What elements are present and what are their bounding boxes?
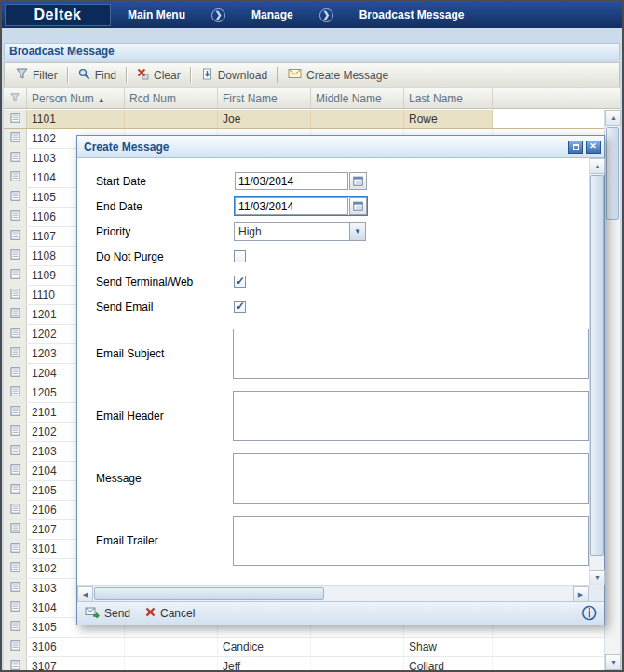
row-header-cell[interactable] xyxy=(4,227,27,246)
scroll-right-icon[interactable]: ▶ xyxy=(573,586,589,602)
grid-scrollbar-thumb[interactable] xyxy=(606,127,619,220)
record-icon xyxy=(10,269,20,282)
email-subject-textarea[interactable] xyxy=(233,329,589,379)
dialog-titlebar[interactable]: Create Message ✕ xyxy=(77,136,604,158)
row-header-cell[interactable] xyxy=(4,110,27,128)
column-header-middle-name[interactable]: Middle Name xyxy=(311,88,404,108)
scroll-up-icon[interactable]: ▲ xyxy=(605,110,621,126)
breadcrumb: Main Menu ❯ Manage ❯ Broadcast Message xyxy=(128,8,464,22)
deltek-logo: Deltek xyxy=(5,4,111,26)
info-icon[interactable]: ⓘ xyxy=(582,606,597,621)
row-header-cell[interactable] xyxy=(4,188,27,207)
end-date-label: End Date xyxy=(96,200,234,213)
row-header-cell[interactable] xyxy=(4,403,27,422)
cancel-label: Cancel xyxy=(160,607,195,620)
row-header-cell[interactable] xyxy=(4,149,27,168)
row-header-cell[interactable] xyxy=(4,501,27,519)
dialog-vertical-scrollbar[interactable]: ▲ ▼ xyxy=(589,158,604,585)
column-header-person-num[interactable]: Person Num▲ xyxy=(27,88,125,108)
row-header-cell[interactable] xyxy=(4,638,27,656)
row-header-cell[interactable] xyxy=(4,423,27,441)
email-trailer-textarea[interactable] xyxy=(233,516,589,566)
row-header-cell[interactable] xyxy=(4,598,27,617)
row-header-cell[interactable] xyxy=(4,383,27,402)
row-header-cell[interactable] xyxy=(4,344,27,363)
priority-select[interactable]: High ▼ xyxy=(234,222,366,241)
table-row[interactable]: 1101 Joe Rowe xyxy=(4,110,604,129)
end-date-input[interactable] xyxy=(235,197,348,215)
toolbar-separator xyxy=(277,67,278,83)
record-icon xyxy=(10,210,20,223)
record-icon xyxy=(10,152,20,165)
end-date-group xyxy=(234,196,368,216)
email-header-textarea[interactable] xyxy=(233,391,589,441)
table-row[interactable]: 3106 Candice Shaw xyxy=(4,638,604,657)
send-email-checkbox[interactable] xyxy=(234,301,246,313)
do-not-purge-checkbox[interactable] xyxy=(234,250,246,262)
start-date-calendar-button[interactable] xyxy=(349,172,367,190)
column-header-filler xyxy=(493,88,620,108)
send-terminal-web-checkbox[interactable] xyxy=(234,276,246,288)
filter-button[interactable]: Filter xyxy=(10,65,63,86)
row-header-cell[interactable] xyxy=(4,266,27,285)
clear-button[interactable]: Clear xyxy=(131,65,186,86)
dialog-horizontal-scrollbar[interactable]: ◀ ▶ xyxy=(77,585,589,601)
row-header-cell[interactable] xyxy=(4,559,27,578)
column-header-first-name[interactable]: First Name xyxy=(218,88,311,108)
dialog-hscroll-thumb[interactable] xyxy=(94,587,324,600)
cell-last-name: Rowe xyxy=(404,110,493,128)
grid-header-selector-cell[interactable] xyxy=(4,88,27,108)
nav-main-menu[interactable]: Main Menu xyxy=(128,8,185,21)
table-row[interactable]: 3107 Jeff Collard xyxy=(4,657,604,670)
row-header-cell[interactable] xyxy=(4,481,27,500)
column-header-rcd-num[interactable]: Rcd Num xyxy=(125,88,218,108)
find-button[interactable]: Find xyxy=(73,65,122,86)
row-header-cell[interactable] xyxy=(4,540,27,558)
scroll-down-icon[interactable]: ▼ xyxy=(605,654,621,670)
calendar-icon xyxy=(353,176,363,186)
scroll-left-icon[interactable]: ◀ xyxy=(77,586,93,602)
send-terminal-web-label: Send Terminal/Web xyxy=(96,276,234,289)
row-header-cell[interactable] xyxy=(4,208,27,226)
calendar-icon xyxy=(353,201,363,211)
cell-last-name: Shaw xyxy=(404,638,493,656)
row-header-cell[interactable] xyxy=(4,462,27,480)
message-textarea[interactable] xyxy=(233,453,589,504)
row-header-cell[interactable] xyxy=(4,168,27,187)
row-header-cell[interactable] xyxy=(4,325,27,343)
cancel-button[interactable]: Cancel xyxy=(145,607,195,620)
end-date-calendar-button[interactable] xyxy=(349,197,367,215)
row-header-cell[interactable] xyxy=(4,579,27,598)
scroll-up-icon[interactable]: ▲ xyxy=(590,158,605,174)
close-button[interactable]: ✕ xyxy=(586,141,601,154)
nav-manage[interactable]: Manage xyxy=(251,8,293,21)
top-navigation-bar: Deltek Main Menu ❯ Manage ❯ Broadcast Me… xyxy=(2,2,622,28)
scroll-down-icon[interactable]: ▼ xyxy=(590,570,605,585)
record-icon xyxy=(10,289,20,302)
row-header-cell[interactable] xyxy=(4,247,27,265)
grid-vertical-scrollbar[interactable]: ▲ ▼ xyxy=(604,110,620,670)
send-button[interactable]: Send xyxy=(85,606,130,621)
row-header-cell[interactable] xyxy=(4,364,27,383)
row-header-cell[interactable] xyxy=(4,520,27,539)
create-message-icon xyxy=(288,68,302,82)
row-header-cell[interactable] xyxy=(4,305,27,324)
row-header-cell[interactable] xyxy=(4,286,27,304)
nav-broadcast-message[interactable]: Broadcast Message xyxy=(359,8,465,21)
create-message-button[interactable]: Create Message xyxy=(282,65,394,86)
row-header-cell[interactable] xyxy=(4,657,27,670)
close-icon: ✕ xyxy=(590,142,597,151)
column-header-last-name[interactable]: Last Name xyxy=(404,88,493,108)
download-button[interactable]: Download xyxy=(196,65,273,86)
dialog-vscroll-thumb[interactable] xyxy=(590,175,604,556)
maximize-button[interactable] xyxy=(568,141,583,154)
row-header-cell[interactable] xyxy=(4,442,27,461)
record-icon xyxy=(10,660,20,670)
record-icon xyxy=(10,230,20,243)
cancel-icon xyxy=(145,607,156,620)
row-header-cell[interactable] xyxy=(4,129,27,148)
dropdown-arrow-icon[interactable]: ▼ xyxy=(349,223,365,240)
start-date-input[interactable] xyxy=(235,172,348,190)
row-header-cell[interactable] xyxy=(4,618,27,637)
cell-first-name: Joe xyxy=(218,110,311,128)
